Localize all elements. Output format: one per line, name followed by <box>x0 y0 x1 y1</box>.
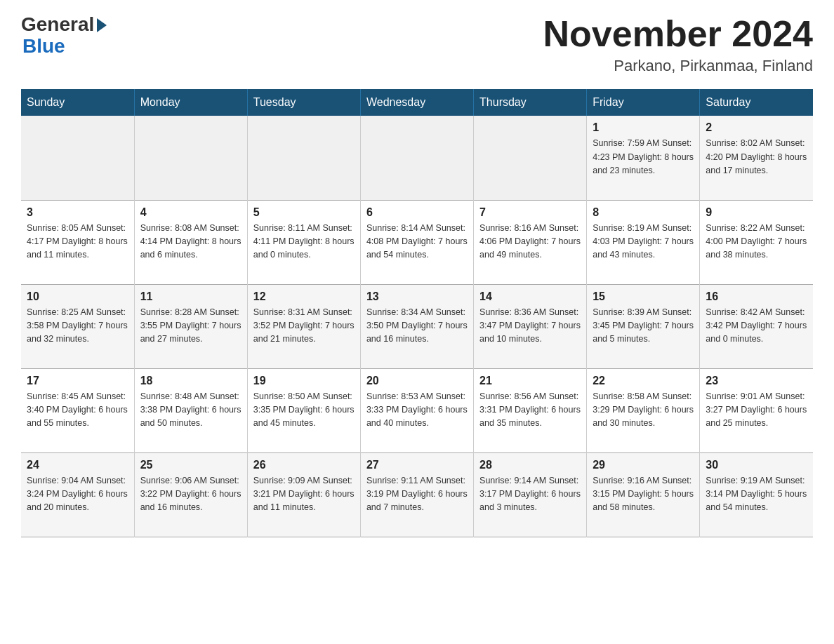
calendar-cell: 6Sunrise: 8:14 AM Sunset: 4:08 PM Daylig… <box>360 200 473 284</box>
day-number: 11 <box>140 290 241 303</box>
calendar-cell: 19Sunrise: 8:50 AM Sunset: 3:35 PM Dayli… <box>247 368 360 452</box>
calendar-cell: 29Sunrise: 9:16 AM Sunset: 3:15 PM Dayli… <box>587 452 700 537</box>
calendar-cell: 4Sunrise: 8:08 AM Sunset: 4:14 PM Daylig… <box>134 200 247 284</box>
day-number: 29 <box>593 459 694 471</box>
calendar-cell: 18Sunrise: 8:48 AM Sunset: 3:38 PM Dayli… <box>134 368 247 452</box>
logo: General Blue <box>21 14 107 58</box>
day-number: 12 <box>253 290 355 303</box>
day-info: Sunrise: 9:11 AM Sunset: 3:19 PM Dayligh… <box>366 474 468 515</box>
day-info: Sunrise: 9:16 AM Sunset: 3:15 PM Dayligh… <box>593 474 694 515</box>
calendar-cell: 26Sunrise: 9:09 AM Sunset: 3:21 PM Dayli… <box>247 452 360 537</box>
day-info: Sunrise: 8:19 AM Sunset: 4:03 PM Dayligh… <box>593 222 694 262</box>
calendar-cell: 16Sunrise: 8:42 AM Sunset: 3:42 PM Dayli… <box>700 284 813 368</box>
day-info: Sunrise: 8:58 AM Sunset: 3:29 PM Dayligh… <box>593 390 694 431</box>
month-title: November 2024 <box>543 14 813 54</box>
day-number: 19 <box>253 375 355 387</box>
col-header-monday: Monday <box>134 89 247 116</box>
calendar-cell: 24Sunrise: 9:04 AM Sunset: 3:24 PM Dayli… <box>21 452 134 537</box>
day-number: 22 <box>593 375 694 387</box>
day-number: 10 <box>27 290 128 303</box>
day-info: Sunrise: 9:14 AM Sunset: 3:17 PM Dayligh… <box>479 474 581 515</box>
calendar-cell: 9Sunrise: 8:22 AM Sunset: 4:00 PM Daylig… <box>700 200 813 284</box>
calendar-cell: 25Sunrise: 9:06 AM Sunset: 3:22 PM Dayli… <box>134 452 247 537</box>
day-number: 14 <box>479 290 581 303</box>
day-info: Sunrise: 8:56 AM Sunset: 3:31 PM Dayligh… <box>479 390 581 431</box>
day-info: Sunrise: 8:50 AM Sunset: 3:35 PM Dayligh… <box>253 390 355 431</box>
calendar-cell: 28Sunrise: 9:14 AM Sunset: 3:17 PM Dayli… <box>474 452 587 537</box>
day-number: 13 <box>366 290 468 303</box>
day-number: 9 <box>706 206 807 219</box>
calendar-cell: 15Sunrise: 8:39 AM Sunset: 3:45 PM Dayli… <box>587 284 700 368</box>
location-subtitle: Parkano, Pirkanmaa, Finland <box>543 57 813 75</box>
day-number: 4 <box>140 206 241 219</box>
day-number: 15 <box>593 290 694 303</box>
day-number: 6 <box>366 206 468 219</box>
calendar-cell: 1Sunrise: 7:59 AM Sunset: 4:23 PM Daylig… <box>587 116 700 200</box>
day-info: Sunrise: 8:25 AM Sunset: 3:58 PM Dayligh… <box>27 306 128 347</box>
day-info: Sunrise: 8:53 AM Sunset: 3:33 PM Dayligh… <box>366 390 468 431</box>
calendar-cell: 8Sunrise: 8:19 AM Sunset: 4:03 PM Daylig… <box>587 200 700 284</box>
calendar-cell: 10Sunrise: 8:25 AM Sunset: 3:58 PM Dayli… <box>21 284 134 368</box>
calendar-cell: 7Sunrise: 8:16 AM Sunset: 4:06 PM Daylig… <box>474 200 587 284</box>
calendar-cell: 13Sunrise: 8:34 AM Sunset: 3:50 PM Dayli… <box>360 284 473 368</box>
calendar-cell: 27Sunrise: 9:11 AM Sunset: 3:19 PM Dayli… <box>360 452 473 537</box>
day-number: 3 <box>27 206 128 219</box>
day-info: Sunrise: 8:42 AM Sunset: 3:42 PM Dayligh… <box>706 306 807 347</box>
day-info: Sunrise: 8:14 AM Sunset: 4:08 PM Dayligh… <box>366 222 468 262</box>
col-header-tuesday: Tuesday <box>247 89 360 116</box>
calendar-cell: 17Sunrise: 8:45 AM Sunset: 3:40 PM Dayli… <box>21 368 134 452</box>
day-info: Sunrise: 8:36 AM Sunset: 3:47 PM Dayligh… <box>479 306 581 347</box>
day-info: Sunrise: 9:09 AM Sunset: 3:21 PM Dayligh… <box>253 474 355 515</box>
day-number: 1 <box>593 121 694 134</box>
calendar-cell: 23Sunrise: 9:01 AM Sunset: 3:27 PM Dayli… <box>700 368 813 452</box>
day-info: Sunrise: 9:19 AM Sunset: 3:14 PM Dayligh… <box>706 474 807 515</box>
title-section: November 2024 Parkano, Pirkanmaa, Finlan… <box>543 14 813 75</box>
calendar-week-row: 1Sunrise: 7:59 AM Sunset: 4:23 PM Daylig… <box>21 116 813 200</box>
page-header: General Blue November 2024 Parkano, Pirk… <box>21 14 813 75</box>
day-number: 24 <box>27 459 128 471</box>
calendar-cell: 3Sunrise: 8:05 AM Sunset: 4:17 PM Daylig… <box>21 200 134 284</box>
day-number: 20 <box>366 375 468 387</box>
day-info: Sunrise: 8:34 AM Sunset: 3:50 PM Dayligh… <box>366 306 468 347</box>
calendar-week-row: 17Sunrise: 8:45 AM Sunset: 3:40 PM Dayli… <box>21 368 813 452</box>
day-number: 21 <box>479 375 581 387</box>
day-info: Sunrise: 8:28 AM Sunset: 3:55 PM Dayligh… <box>140 306 241 347</box>
day-number: 16 <box>706 290 807 303</box>
day-info: Sunrise: 8:02 AM Sunset: 4:20 PM Dayligh… <box>706 137 807 177</box>
logo-arrow-icon <box>97 18 107 32</box>
day-info: Sunrise: 8:22 AM Sunset: 4:00 PM Dayligh… <box>706 222 807 262</box>
day-number: 8 <box>593 206 694 219</box>
day-number: 27 <box>366 459 468 471</box>
col-header-friday: Friday <box>587 89 700 116</box>
calendar-cell: 12Sunrise: 8:31 AM Sunset: 3:52 PM Dayli… <box>247 284 360 368</box>
day-info: Sunrise: 8:39 AM Sunset: 3:45 PM Dayligh… <box>593 306 694 347</box>
day-info: Sunrise: 8:16 AM Sunset: 4:06 PM Dayligh… <box>479 222 581 262</box>
calendar-cell: 22Sunrise: 8:58 AM Sunset: 3:29 PM Dayli… <box>587 368 700 452</box>
day-number: 18 <box>140 375 241 387</box>
day-info: Sunrise: 8:45 AM Sunset: 3:40 PM Dayligh… <box>27 390 128 431</box>
calendar-cell <box>474 116 587 200</box>
calendar-header-row: SundayMondayTuesdayWednesdayThursdayFrid… <box>21 89 813 116</box>
day-number: 5 <box>253 206 355 219</box>
col-header-sunday: Sunday <box>21 89 134 116</box>
day-info: Sunrise: 8:48 AM Sunset: 3:38 PM Dayligh… <box>140 390 241 431</box>
day-number: 17 <box>27 375 128 387</box>
calendar-cell: 14Sunrise: 8:36 AM Sunset: 3:47 PM Dayli… <box>474 284 587 368</box>
day-info: Sunrise: 9:01 AM Sunset: 3:27 PM Dayligh… <box>706 390 807 431</box>
day-info: Sunrise: 8:08 AM Sunset: 4:14 PM Dayligh… <box>140 222 241 262</box>
day-info: Sunrise: 7:59 AM Sunset: 4:23 PM Dayligh… <box>593 137 694 177</box>
day-info: Sunrise: 8:31 AM Sunset: 3:52 PM Dayligh… <box>253 306 355 347</box>
calendar-week-row: 10Sunrise: 8:25 AM Sunset: 3:58 PM Dayli… <box>21 284 813 368</box>
day-number: 25 <box>140 459 241 471</box>
calendar-cell <box>360 116 473 200</box>
col-header-saturday: Saturday <box>700 89 813 116</box>
logo-blue-text: Blue <box>22 36 107 58</box>
day-number: 2 <box>706 121 807 134</box>
calendar-week-row: 24Sunrise: 9:04 AM Sunset: 3:24 PM Dayli… <box>21 452 813 537</box>
day-info: Sunrise: 9:06 AM Sunset: 3:22 PM Dayligh… <box>140 474 241 515</box>
col-header-thursday: Thursday <box>474 89 587 116</box>
col-header-wednesday: Wednesday <box>360 89 473 116</box>
calendar-cell <box>134 116 247 200</box>
day-number: 28 <box>479 459 581 471</box>
day-info: Sunrise: 9:04 AM Sunset: 3:24 PM Dayligh… <box>27 474 128 515</box>
